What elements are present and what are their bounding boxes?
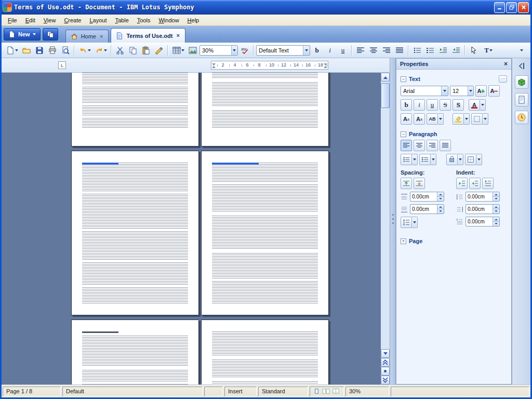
align-justify-button[interactable] <box>393 44 406 57</box>
align-center-button[interactable] <box>414 140 425 151</box>
bullet-list-button[interactable] <box>401 154 412 165</box>
bullet-list-dropdown[interactable] <box>412 154 418 165</box>
zoom-combo[interactable] <box>200 45 238 56</box>
menu-file[interactable]: File <box>4 16 21 25</box>
shadow-button[interactable]: S <box>453 99 464 111</box>
subscript-button[interactable]: Aa <box>414 113 425 125</box>
align-left-button[interactable] <box>354 44 367 57</box>
paragraph-fill-button[interactable] <box>446 154 458 165</box>
style-combo[interactable] <box>256 45 310 56</box>
horizontal-ruler[interactable]: 2 4 6 8 10 12 14 16 18 <box>211 61 328 70</box>
increase-spacing-button[interactable] <box>401 178 412 189</box>
save-button[interactable] <box>33 44 46 57</box>
close-button[interactable] <box>518 2 529 13</box>
strikethrough-button[interactable]: S <box>440 99 451 111</box>
paste-button[interactable] <box>140 44 152 57</box>
spinner-down[interactable] <box>437 209 444 214</box>
indent-before-spinner[interactable]: 0.00cm <box>466 192 500 202</box>
page-thumbnail-4[interactable] <box>201 151 329 315</box>
shrink-font-button[interactable]: A <box>488 85 500 97</box>
increase-indent-button[interactable] <box>437 44 449 57</box>
spinner-down[interactable] <box>493 197 499 201</box>
change-case-dropdown[interactable] <box>438 113 444 125</box>
bullet-list-button[interactable] <box>411 44 423 57</box>
expand-icon[interactable]: + <box>401 238 406 244</box>
font-size-value[interactable] <box>450 86 468 96</box>
space-below-spinner[interactable]: 0.00cm <box>410 204 444 214</box>
previous-page-button[interactable] <box>381 358 390 367</box>
superscript-button[interactable]: Aa <box>401 113 412 125</box>
decrease-indent-button[interactable] <box>469 178 481 189</box>
grow-font-button[interactable]: A <box>475 85 487 97</box>
book-view-icon[interactable] <box>332 388 340 395</box>
highlight-color-button[interactable] <box>453 113 464 125</box>
copy-button[interactable] <box>127 44 139 57</box>
open-window-button[interactable] <box>43 28 58 41</box>
tab-stop-selector[interactable]: L <box>58 61 66 69</box>
font-family-value[interactable] <box>401 86 441 96</box>
menu-layout[interactable]: Layout <box>85 16 111 25</box>
increase-indent-button[interactable] <box>456 178 468 189</box>
restore-button[interactable] <box>506 2 517 13</box>
collapse-icon[interactable]: − <box>401 131 406 137</box>
align-right-button[interactable] <box>427 140 438 151</box>
minimize-button[interactable] <box>494 2 505 13</box>
print-button[interactable] <box>46 44 59 57</box>
toolbar-overflow-button[interactable] <box>515 44 528 57</box>
font-size-dropdown[interactable] <box>468 86 473 96</box>
italic-button[interactable]: i <box>324 44 336 57</box>
scroll-up-button[interactable] <box>381 73 390 82</box>
multi-page-view-icon[interactable] <box>322 388 330 395</box>
scroll-down-button[interactable] <box>381 349 390 358</box>
underline-button[interactable]: u <box>427 99 438 111</box>
page-thumbnail-1[interactable] <box>71 73 199 147</box>
select-tool-button[interactable] <box>468 44 480 57</box>
bold-button[interactable]: b <box>401 99 412 111</box>
character-border-dropdown[interactable] <box>483 113 488 125</box>
menu-tools[interactable]: Tools <box>133 16 155 25</box>
document-canvas[interactable] <box>2 73 390 384</box>
font-size-combo[interactable] <box>450 86 474 96</box>
status-insert-mode[interactable]: Insert <box>224 387 257 396</box>
scrollbar-thumb[interactable] <box>381 83 390 108</box>
highlight-color-dropdown[interactable] <box>464 113 470 125</box>
page-thumbnail-3[interactable] <box>71 151 199 315</box>
navigator-shortcut-button[interactable] <box>515 93 528 107</box>
status-style[interactable]: Default <box>62 387 203 396</box>
space-above-spinner[interactable]: 0.00cm <box>410 192 444 202</box>
clock-shortcut-button[interactable] <box>515 111 528 124</box>
numbered-list-button[interactable] <box>419 154 431 165</box>
text-tool-button[interactable]: T <box>481 44 496 57</box>
numbered-list-dropdown[interactable] <box>431 154 436 165</box>
tab-close-icon[interactable]: × <box>176 33 180 38</box>
tab-document[interactable]: Terms of Use.odt × <box>111 28 185 43</box>
first-line-spinner[interactable]: 0.00cm <box>466 217 500 227</box>
paragraph-border-dropdown[interactable] <box>476 154 482 165</box>
font-family-combo[interactable] <box>401 86 448 96</box>
zoom-value[interactable] <box>200 46 231 55</box>
decrease-spacing-button[interactable] <box>414 178 425 189</box>
sidebar-toggle-button[interactable] <box>515 61 528 71</box>
left-margin-marker[interactable] <box>212 63 216 68</box>
character-border-button[interactable] <box>471 113 483 125</box>
status-layout[interactable]: Standard <box>258 387 308 396</box>
spinner-up[interactable] <box>437 192 444 197</box>
change-case-button[interactable]: AB <box>427 113 438 125</box>
spinner-down[interactable] <box>437 197 444 201</box>
menu-edit[interactable]: Edit <box>21 16 39 25</box>
font-color-button[interactable]: A <box>469 99 480 111</box>
tab-home[interactable]: Home × <box>65 30 109 43</box>
single-page-view-icon[interactable] <box>313 388 320 395</box>
numbered-list-button[interactable] <box>424 44 436 57</box>
align-justify-button[interactable] <box>440 140 451 151</box>
open-button[interactable] <box>20 44 33 57</box>
spinner-down[interactable] <box>493 222 499 226</box>
tab-close-icon[interactable]: × <box>99 34 103 39</box>
text-more-button[interactable]: ··· <box>499 75 507 83</box>
spinner-up[interactable] <box>493 205 499 209</box>
decrease-indent-button[interactable] <box>450 44 462 57</box>
menu-view[interactable]: View <box>39 16 60 25</box>
align-center-button[interactable] <box>367 44 380 57</box>
new-document-button[interactable]: New <box>4 28 41 41</box>
menu-window[interactable]: Window <box>154 16 183 25</box>
